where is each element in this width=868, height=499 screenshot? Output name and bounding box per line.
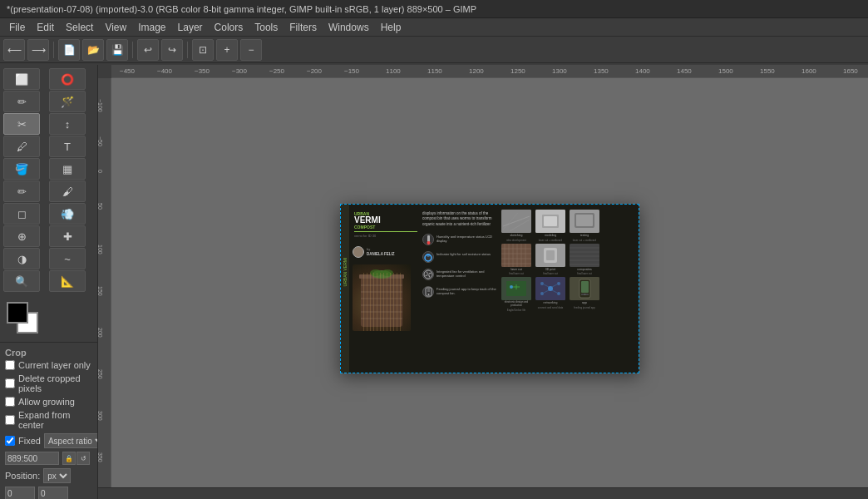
svg-point-93 [510, 285, 513, 289]
menu-image[interactable]: Image [132, 20, 171, 35]
title-text: *(presentation-07-08) (imported)-3.0 (RG… [7, 4, 476, 14]
grid-img-app [570, 277, 599, 300]
grid-img-sketching [501, 210, 531, 233]
tool-free-select[interactable]: ✏ [3, 91, 40, 112]
tool-rect-select[interactable]: ⬜ [3, 68, 40, 90]
pos-xy-row [5, 487, 92, 499]
tool-text[interactable]: T [49, 136, 86, 157]
tool-path[interactable]: 🖊 [3, 136, 40, 157]
svg-rect-70 [576, 215, 593, 226]
menu-tools[interactable]: Tools [249, 20, 284, 35]
testing-svg [570, 210, 599, 233]
toolbar-back-btn[interactable]: ⟵ [3, 39, 25, 61]
ruler-h-svg: −450 −400 −350 −300 −250 −200 −150 1100 … [111, 65, 868, 77]
toolbar-zoom-fit-btn[interactable]: ⊡ [192, 39, 214, 61]
size-input-row: 🔒 ↺ [5, 452, 92, 465]
grid-sublabel-edesign: Eagle/Gerber file [507, 309, 526, 312]
tool-transform[interactable]: ↕ [49, 113, 86, 135]
expand-center-option: Expand from center [5, 410, 92, 430]
tool-airbrush[interactable]: 💨 [49, 203, 86, 225]
ruler-corner [98, 65, 111, 78]
pres-logo-block: URBAN VERMI COMPOST vermi for ID 30 [353, 210, 419, 240]
allow-growing-checkbox[interactable] [5, 397, 15, 407]
size-input[interactable] [5, 452, 59, 465]
pos-y-input[interactable] [38, 487, 68, 499]
tool-heal[interactable]: ✚ [49, 225, 86, 247]
tool-ellipse-select[interactable]: ⭕ [49, 68, 86, 90]
toolbar-zoom-in-btn[interactable]: + [216, 39, 238, 61]
ruler-vertical: −100 −50 0 50 100 150 200 250 300 350 40… [98, 78, 111, 499]
fixed-checkbox[interactable] [5, 436, 15, 446]
toolbar-new-btn[interactable]: 📄 [58, 39, 80, 61]
tool-fill[interactable]: 🪣 [3, 158, 40, 180]
toolbar-sep-3 [187, 42, 188, 58]
toolbar-forward-btn[interactable]: ⟶ [27, 39, 49, 61]
menu-select[interactable]: Select [60, 20, 99, 35]
tool-pencil[interactable]: ✏ [3, 180, 40, 202]
fan-icon [423, 269, 433, 279]
current-layer-option: Current layer only [5, 360, 92, 370]
fg-color-box[interactable] [7, 302, 28, 324]
grid-row-1: sketching idea development [501, 210, 635, 242]
sketch-svg [501, 210, 531, 233]
titlebar: *(presentation-07-08) (imported)-3.0 (RG… [0, 0, 868, 18]
size-lock-btn[interactable]: 🔒 [62, 452, 76, 465]
menu-filters[interactable]: Filters [284, 20, 323, 35]
pres-strip-svg: URBAN VERMI [342, 239, 348, 338]
grid-row-3: electronic design and production Eagle/G… [501, 277, 635, 312]
svg-rect-51 [427, 235, 430, 242]
tool-dodge-burn[interactable]: ◑ [3, 248, 40, 269]
toolbar-open-btn[interactable]: 📂 [82, 39, 104, 61]
tool-clone[interactable]: ⊕ [3, 225, 40, 247]
delete-pixels-checkbox[interactable] [5, 378, 15, 388]
grid-sublabel-3dprint: final laser cut [543, 272, 558, 275]
toolbar-redo-btn[interactable]: ↪ [161, 39, 183, 61]
position-unit-select[interactable]: px [43, 468, 71, 483]
svg-rect-31 [361, 277, 402, 327]
toolbar-zoom-out-btn[interactable]: − [240, 39, 262, 61]
tool-gradient[interactable]: ▦ [49, 158, 86, 180]
svg-point-60 [428, 294, 430, 295]
menu-help[interactable]: Help [375, 20, 407, 35]
menu-layer[interactable]: Layer [172, 20, 209, 35]
grid-item-modeling: modeling laser cut + cardboard [535, 210, 566, 242]
svg-rect-108 [581, 281, 589, 293]
menu-colors[interactable]: Colors [209, 20, 249, 35]
lasercut-svg [501, 244, 531, 267]
grid-sublabel-networking: connect and send data [538, 306, 563, 309]
svg-point-50 [382, 269, 393, 276]
grid-sublabel-app: feeding journal app [574, 306, 595, 309]
pres-plant-image [353, 264, 411, 331]
pres-tagline-text: displays information on the status of th… [422, 211, 497, 227]
svg-point-54 [427, 254, 430, 257]
tool-eraser[interactable]: ◻ [3, 203, 40, 225]
networking-svg [535, 277, 565, 300]
tool-fuzzy-select[interactable]: 🪄 [49, 91, 86, 112]
tool-measure[interactable]: 📐 [49, 270, 86, 292]
svg-point-100 [540, 292, 544, 295]
menu-windows[interactable]: Windows [323, 20, 375, 35]
toolbar-undo-btn[interactable]: ↩ [137, 39, 159, 61]
tool-paintbrush[interactable]: 🖌 [49, 180, 86, 202]
feature-moisture-icon [422, 251, 434, 263]
svg-rect-67 [544, 216, 557, 226]
grid-label-lasercut: laser cut [510, 268, 521, 272]
grid-label-composites: composites [577, 268, 592, 272]
size-reset-btn[interactable]: ↺ [76, 452, 90, 465]
tool-crop[interactable]: ✂ [3, 113, 40, 135]
expand-center-checkbox[interactable] [5, 415, 15, 425]
grid-row-2: laser cut final laser cut [501, 244, 635, 276]
toolbar-save-btn[interactable]: 💾 [106, 39, 128, 61]
logo-vermi: VERMI [354, 216, 417, 225]
current-layer-checkbox[interactable] [5, 360, 15, 370]
app-img-svg [570, 277, 599, 300]
menu-file[interactable]: File [3, 20, 31, 35]
menu-edit[interactable]: Edit [31, 20, 60, 35]
canvas-workspace[interactable]: URBAN VERMI URBAN VERMI COMPOST [111, 78, 868, 499]
feature-moisture-text: Indicator light for soil moisture status [436, 251, 491, 257]
fixed-select[interactable]: Aspect ratio [44, 433, 97, 448]
menu-view[interactable]: View [99, 20, 132, 35]
tool-zoom[interactable]: 🔍 [3, 270, 40, 292]
pos-x-input[interactable] [5, 487, 35, 499]
tool-smudge[interactable]: ~ [49, 248, 86, 269]
